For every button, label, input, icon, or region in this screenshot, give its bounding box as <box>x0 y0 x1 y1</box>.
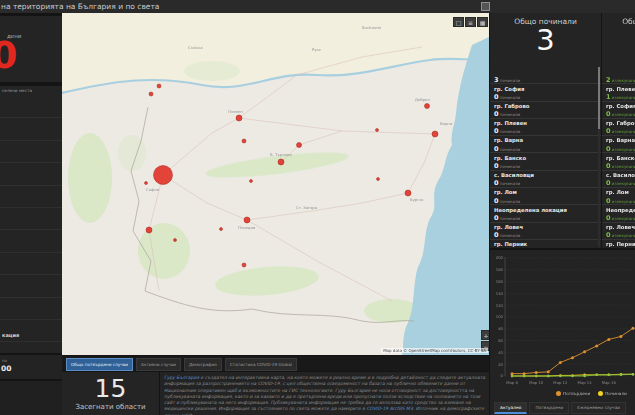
data-point[interactable] <box>547 375 549 377</box>
map-canvas[interactable]: BucharestCraiovaРусеДобричПлевенВ. Търно… <box>62 13 489 355</box>
case-unit: излекувани <box>611 147 635 152</box>
case-line: 0 излекувани <box>606 119 635 137</box>
case-marker[interactable] <box>242 139 246 143</box>
list-item[interactable]: 0 починалигр. Ловеч <box>490 205 601 222</box>
data-point[interactable] <box>583 350 586 353</box>
case-marker[interactable] <box>157 84 161 88</box>
case-marker[interactable] <box>432 131 438 137</box>
map-tab[interactable]: Активни случаи <box>136 358 181 371</box>
data-point[interactable] <box>607 338 610 341</box>
list-item[interactable]: 0 починалигр. Плевен <box>490 102 601 119</box>
data-point[interactable] <box>571 375 573 377</box>
data-point[interactable] <box>511 372 514 375</box>
list-item[interactable]: 0 починалигр. Перник <box>490 223 601 240</box>
places-row[interactable] <box>0 96 62 118</box>
list-item[interactable]: 0 излекуванигр. Габрово <box>602 102 635 119</box>
data-point[interactable] <box>596 374 598 376</box>
list-item[interactable]: 0 починалигр. Варна <box>490 119 601 136</box>
case-line: 0 излекувани <box>606 188 635 206</box>
case-marker[interactable] <box>174 239 177 242</box>
legend-item[interactable]: Починали <box>598 391 627 396</box>
data-point[interactable] <box>571 356 574 359</box>
scrollbar-thumb[interactable] <box>598 67 601 129</box>
case-marker[interactable] <box>145 182 148 185</box>
data-point[interactable] <box>511 375 513 377</box>
case-marker[interactable] <box>376 129 379 132</box>
places-row[interactable] <box>0 275 62 297</box>
chart-tab[interactable]: Актуално <box>494 402 527 414</box>
list-item[interactable]: 0 излекуваниНеопределена локация <box>602 188 635 205</box>
data-point[interactable] <box>535 371 538 374</box>
updated-panel: на 00 <box>0 355 62 379</box>
places-row[interactable]: кация <box>0 320 62 342</box>
places-row[interactable] <box>0 208 62 230</box>
bulgaria-map[interactable]: BucharestCraiovaРусеДобричПлевенВ. Търно… <box>62 13 489 355</box>
case-marker[interactable] <box>154 166 173 185</box>
list-item[interactable]: 0 излекуванигр. Банско <box>602 136 635 153</box>
places-row[interactable] <box>0 342 62 353</box>
data-point[interactable] <box>559 375 561 377</box>
data-point[interactable] <box>619 335 622 338</box>
list-item[interactable]: 3 починалигр. София <box>490 67 601 84</box>
list-item[interactable]: 0 починалиНеопределена локация <box>490 188 601 205</box>
case-marker[interactable] <box>377 178 380 181</box>
legend-item[interactable]: Потвърдени <box>556 391 590 396</box>
case-marker[interactable] <box>242 263 246 267</box>
case-marker[interactable] <box>220 228 223 231</box>
case-marker[interactable] <box>405 190 411 196</box>
case-marker[interactable] <box>425 104 430 109</box>
list-item[interactable]: 0 починалигр. Лом <box>490 171 601 188</box>
places-row[interactable] <box>0 163 62 185</box>
map-legend-button[interactable]: ≡ <box>465 17 476 27</box>
case-marker[interactable] <box>250 180 253 183</box>
chart-tab[interactable]: Ежедневни случаи <box>571 402 626 414</box>
case-marker[interactable] <box>146 227 152 233</box>
list-item[interactable]: 1 излекуванигр. София <box>602 84 635 101</box>
chart-tab[interactable]: Потвърдени <box>529 402 569 414</box>
case-marker[interactable] <box>278 159 284 165</box>
places-row[interactable] <box>0 298 62 320</box>
data-point[interactable] <box>523 372 526 375</box>
case-marker[interactable] <box>244 217 250 223</box>
data-point[interactable] <box>547 370 550 373</box>
list-item[interactable]: 0 излекуванис. Василовци <box>602 153 635 170</box>
data-point[interactable] <box>583 375 585 377</box>
places-row[interactable] <box>0 230 62 252</box>
places-row[interactable] <box>0 186 62 208</box>
zoom-in-button[interactable]: + <box>481 330 489 340</box>
disclaimer-link[interactable]: COVID-19 ArcGIS МЗ <box>366 406 412 411</box>
disclaimer-link[interactable]: Гуру България <box>164 375 199 380</box>
map-tab[interactable]: Общо потвърдени случаи <box>66 358 133 371</box>
share-icon[interactable] <box>481 2 490 11</box>
timeline-chart[interactable]: 020406080100120140160180200Мар 8Мар 10Ма… <box>490 250 635 390</box>
map-tab[interactable]: Демография <box>184 358 222 371</box>
data-point[interactable] <box>535 375 537 377</box>
data-point[interactable] <box>620 374 622 376</box>
list-item[interactable]: 0 починалигр. Габрово <box>490 84 601 101</box>
data-point[interactable] <box>608 374 610 376</box>
data-point[interactable] <box>632 327 635 330</box>
places-row[interactable] <box>0 253 62 275</box>
list-item[interactable]: 0 излекувани <box>602 240 635 248</box>
data-point[interactable] <box>632 373 634 375</box>
case-marker[interactable] <box>236 115 242 121</box>
map-basemap-button[interactable]: ▦ <box>477 17 488 27</box>
case-marker[interactable] <box>297 143 302 148</box>
data-point[interactable] <box>523 375 525 377</box>
y-axis-tick: 140 <box>496 291 504 296</box>
list-item[interactable]: 0 излекуванигр. Лом <box>602 171 635 188</box>
case-marker[interactable] <box>149 92 153 96</box>
places-row[interactable] <box>0 141 62 163</box>
list-item[interactable]: 0 починали <box>490 240 601 248</box>
list-item[interactable]: 2 излекуванигр. Плевен <box>602 67 635 84</box>
list-item[interactable]: 0 излекуванигр. Ловеч <box>602 205 635 222</box>
map-tab[interactable]: Статистика COVID-19 Global <box>225 358 297 371</box>
places-row[interactable] <box>0 118 62 140</box>
list-item[interactable]: 0 починалис. Василовци <box>490 153 601 170</box>
data-point[interactable] <box>559 361 562 364</box>
map-fullscreen-button[interactable]: □ <box>453 17 464 27</box>
list-item[interactable]: 0 починалигр. Банско <box>490 136 601 153</box>
data-point[interactable] <box>595 344 598 347</box>
list-item[interactable]: 0 излекуванигр. Варна <box>602 119 635 136</box>
list-item[interactable]: 0 излекуванигр. Перник <box>602 223 635 240</box>
